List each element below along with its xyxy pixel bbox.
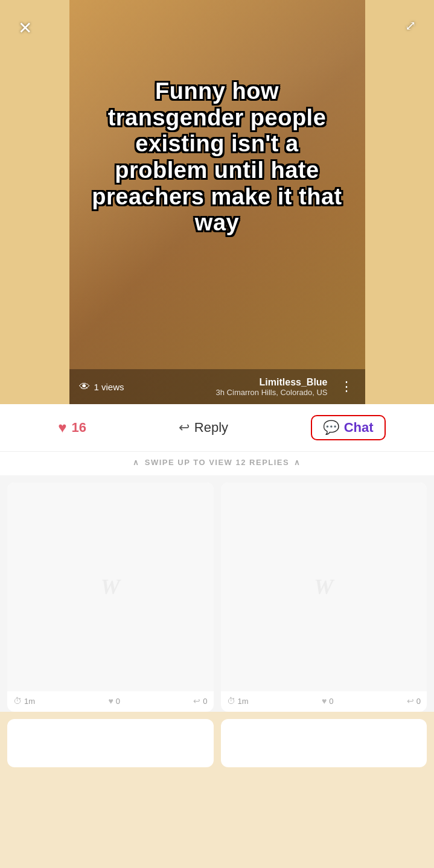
logo-icon-2: W bbox=[314, 577, 333, 597]
username: Limitless_Blue bbox=[216, 377, 328, 388]
heart-icon-2: ♥ bbox=[322, 696, 327, 706]
views-count: 👁 1 views bbox=[79, 381, 124, 393]
reply-likes-1: ♥ 0 bbox=[108, 696, 120, 706]
video-info-bar: 👁 1 views Limitless_Blue 3h Cimarron Hil… bbox=[69, 369, 365, 404]
replies-value-1: 0 bbox=[203, 697, 207, 706]
clock-icon-2: ⏱ bbox=[227, 696, 235, 706]
reply-label: Reply bbox=[194, 420, 228, 436]
reply-button[interactable]: ↩ Reply bbox=[169, 416, 238, 439]
clock-icon-1: ⏱ bbox=[13, 696, 22, 706]
reply-replies-1: ↩ 0 bbox=[193, 696, 207, 706]
likes-value-1: 0 bbox=[116, 697, 120, 706]
reply-card-footer-2: ⏱ 1m ♥ 0 ↩ 0 bbox=[221, 691, 427, 712]
watermark-logo-1: W bbox=[101, 577, 120, 597]
reply-icon: ↩ bbox=[179, 420, 190, 436]
reply-replies-2: ↩ 0 bbox=[407, 696, 421, 706]
reply-duration-1: ⏱ 1m bbox=[13, 696, 35, 706]
chevron-up-left-icon: ∧ bbox=[133, 458, 140, 467]
chevron-up-right-icon: ∧ bbox=[294, 458, 301, 467]
swipe-up-text: SWIPE UP TO VIEW 12 REPLIES bbox=[145, 458, 289, 467]
close-button[interactable]: ✕ bbox=[18, 18, 32, 38]
reply-card-footer-1: ⏱ 1m ♥ 0 ↩ 0 bbox=[7, 691, 214, 712]
partial-cards-row bbox=[0, 712, 434, 775]
actions-row: ♥ 16 ↩ Reply 💬 Chat bbox=[0, 404, 434, 452]
video-player[interactable]: Funny how transgender people existing is… bbox=[69, 0, 365, 404]
replies-grid: W ⏱ 1m ♥ 0 ↩ 0 W ⏱ bbox=[0, 475, 434, 712]
reply-duration-2: ⏱ 1m bbox=[227, 696, 249, 706]
reply-icon-2: ↩ bbox=[407, 696, 414, 706]
chat-button[interactable]: 💬 Chat bbox=[311, 415, 386, 440]
reply-card-video-1: W bbox=[7, 483, 214, 691]
partial-card-1[interactable] bbox=[7, 719, 214, 767]
video-section: Funny how transgender people existing is… bbox=[0, 0, 434, 404]
like-count: 16 bbox=[72, 420, 86, 436]
heart-icon-1: ♥ bbox=[108, 696, 113, 706]
reply-likes-2: ♥ 0 bbox=[322, 696, 334, 706]
reply-card-video-2: W bbox=[221, 483, 427, 691]
partial-card-2[interactable] bbox=[221, 719, 427, 767]
duration-value-1: 1m bbox=[24, 697, 35, 706]
expand-button[interactable]: ⤢ bbox=[405, 18, 416, 34]
likes-value-2: 0 bbox=[329, 697, 333, 706]
eye-icon: 👁 bbox=[79, 381, 90, 393]
swipe-up-bar[interactable]: ∧ SWIPE UP TO VIEW 12 REPLIES ∧ bbox=[0, 452, 434, 475]
chat-label: Chat bbox=[344, 420, 374, 436]
replies-value-2: 0 bbox=[416, 697, 421, 706]
duration-value-2: 1m bbox=[238, 697, 249, 706]
logo-icon-1: W bbox=[101, 577, 120, 597]
user-info: Limitless_Blue 3h Cimarron Hills, Colora… bbox=[216, 377, 328, 397]
chat-icon: 💬 bbox=[323, 420, 339, 436]
more-options-button[interactable]: ⋮ bbox=[337, 376, 356, 397]
reply-card[interactable]: W ⏱ 1m ♥ 0 ↩ 0 bbox=[7, 483, 214, 712]
heart-icon: ♥ bbox=[58, 419, 66, 436]
reply-icon-1: ↩ bbox=[193, 696, 200, 706]
video-overlay-text: Funny how transgender people existing is… bbox=[91, 78, 344, 236]
location: 3h Cimarron Hills, Colorado, US bbox=[216, 388, 328, 397]
watermark-logo-2: W bbox=[314, 577, 333, 597]
like-button[interactable]: ♥ 16 bbox=[48, 416, 96, 440]
reply-card-2[interactable]: W ⏱ 1m ♥ 0 ↩ 0 bbox=[221, 483, 427, 712]
